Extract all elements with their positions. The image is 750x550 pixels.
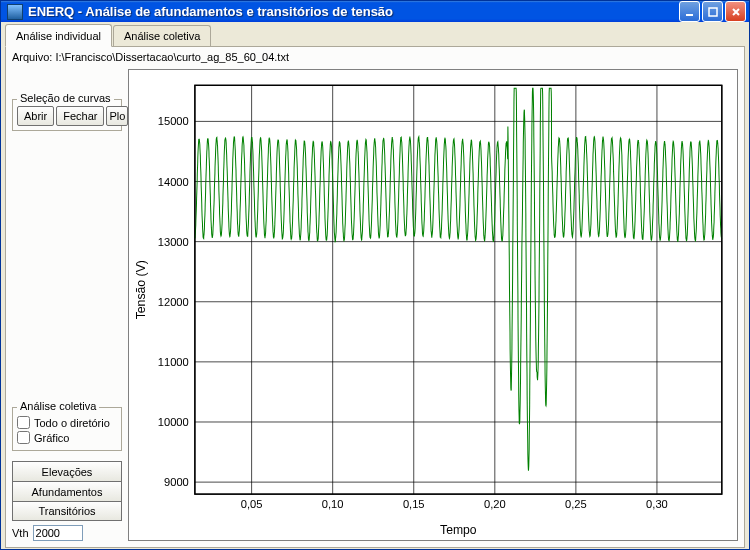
check-all-directory[interactable]: Todo o diretório [17, 416, 117, 429]
vth-label: Vth [12, 527, 29, 539]
svg-text:0,20: 0,20 [484, 498, 506, 510]
tab-individual[interactable]: Análise individual [5, 24, 112, 47]
svg-text:0,15: 0,15 [403, 498, 425, 510]
close-file-button[interactable]: Fechar [56, 106, 104, 126]
svg-text:0,05: 0,05 [241, 498, 263, 510]
client-area: Análise individual Análise coletiva Arqu… [1, 22, 749, 550]
svg-text:12000: 12000 [158, 296, 189, 308]
collective-group-title: Análise coletiva [17, 400, 99, 412]
svg-text:9000: 9000 [164, 476, 189, 488]
svg-text:0,10: 0,10 [322, 498, 344, 510]
app-window: ENERQ - Análise de afundamentos e transi… [0, 0, 750, 550]
vth-input[interactable] [33, 525, 83, 541]
vth-row: Vth [12, 525, 122, 541]
close-button[interactable] [725, 1, 746, 22]
titlebar[interactable]: ENERQ - Análise de afundamentos e transi… [1, 1, 749, 22]
voltage-chart: 0,050,100,150,200,250,309000100001100012… [129, 70, 737, 540]
sags-button[interactable]: Afundamentos [12, 481, 122, 501]
svg-rect-0 [686, 14, 693, 16]
curve-group-title: Seleção de curvas [17, 92, 114, 104]
plot-button[interactable]: Plo [106, 106, 128, 126]
plot-area[interactable]: 0,050,100,150,200,250,309000100001100012… [128, 69, 738, 541]
svg-text:13000: 13000 [158, 236, 189, 248]
tabstrip: Análise individual Análise coletiva [5, 25, 745, 47]
svg-text:10000: 10000 [158, 416, 189, 428]
check-graphic[interactable]: Gráfico [17, 431, 117, 444]
svg-rect-1 [709, 8, 717, 16]
tab-collective[interactable]: Análise coletiva [113, 25, 211, 46]
left-panel: Seleção de curvas Abrir Fechar Plo Análi… [12, 69, 122, 541]
checkbox-all-directory[interactable] [17, 416, 30, 429]
tab-body: Arquivo: I:\Francisco\Dissertacao\curto_… [5, 47, 745, 548]
window-title: ENERQ - Análise de afundamentos e transi… [28, 4, 679, 19]
collective-analysis-group: Análise coletiva Todo o diretório Gráfic… [12, 407, 122, 451]
svg-text:15000: 15000 [158, 115, 189, 127]
open-button[interactable]: Abrir [17, 106, 54, 126]
app-icon [7, 4, 23, 20]
transients-button[interactable]: Transitórios [12, 501, 122, 521]
checkbox-graphic[interactable] [17, 431, 30, 444]
curve-selection-group: Seleção de curvas Abrir Fechar Plo [12, 99, 122, 131]
svg-rect-2 [195, 85, 722, 494]
svg-text:Tempo: Tempo [440, 523, 477, 537]
analysis-buttons-stack: Elevações Afundamentos Transitórios [12, 461, 122, 521]
svg-text:0,30: 0,30 [646, 498, 668, 510]
elevations-button[interactable]: Elevações [12, 461, 122, 481]
file-path-label: Arquivo: I:\Francisco\Dissertacao\curto_… [12, 51, 738, 63]
svg-text:0,25: 0,25 [565, 498, 587, 510]
svg-text:11000: 11000 [158, 356, 189, 368]
minimize-button[interactable] [679, 1, 700, 22]
maximize-button[interactable] [702, 1, 723, 22]
svg-text:Tensão (V): Tensão (V) [134, 260, 148, 319]
svg-text:14000: 14000 [158, 176, 189, 188]
